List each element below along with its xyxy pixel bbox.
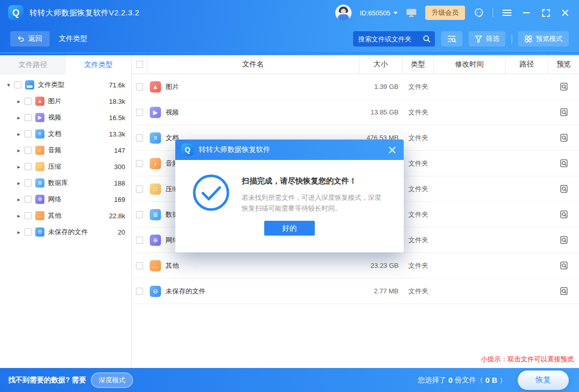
preview-file-icon[interactable] <box>548 287 579 295</box>
row-checkbox[interactable] <box>136 237 143 244</box>
header-type[interactable]: 类型 <box>403 55 434 74</box>
table-row[interactable]: ▲ 图片 1.39 GB 文件夹 <box>132 74 579 100</box>
tree-item-checkbox[interactable] <box>14 81 21 88</box>
row-checkbox[interactable] <box>136 160 143 167</box>
header-size[interactable]: 大小 <box>359 55 403 74</box>
ok-button[interactable]: 好的 <box>264 221 315 236</box>
row-checkbox[interactable] <box>136 134 143 142</box>
expander-arrow-icon[interactable]: ▸ <box>17 114 25 121</box>
preview-file-icon[interactable] <box>548 210 579 219</box>
search-box[interactable] <box>353 31 435 47</box>
row-filename: 未保存的文件 <box>166 287 205 296</box>
sidebar-tree-item[interactable]: ▸ ⊖ 未保存的文件 20 <box>0 224 131 240</box>
tree-item-label: 未保存的文件 <box>48 227 88 237</box>
tree-item-checkbox[interactable] <box>25 179 32 187</box>
sidebar-tree-item[interactable]: ▸ ♪ 音频 147 <box>0 142 131 158</box>
preview-file-icon[interactable] <box>548 108 579 117</box>
funnel-icon <box>475 35 482 43</box>
row-checkbox[interactable] <box>136 288 143 295</box>
tab-file-path[interactable]: 文件路径 <box>0 55 66 75</box>
tree-item-count: 300 <box>114 163 125 171</box>
dialog-close-icon[interactable] <box>386 144 398 155</box>
tree-item-checkbox[interactable] <box>25 130 32 137</box>
tree-item-checkbox[interactable] <box>25 228 32 236</box>
preview-file-icon[interactable] <box>548 159 579 168</box>
preview-file-icon[interactable] <box>548 185 579 193</box>
close-button[interactable] <box>560 7 571 18</box>
row-size: 13.85 GB <box>359 108 403 116</box>
row-type: 文件夹 <box>403 287 434 296</box>
back-button[interactable]: 返回 <box>10 31 50 47</box>
tree-item-checkbox[interactable] <box>25 114 32 121</box>
tree-item-checkbox[interactable] <box>25 196 32 203</box>
sidebar-tree-item[interactable]: ▸ ∷ 压缩 300 <box>0 158 131 175</box>
audio-icon: ♪ <box>35 146 44 155</box>
table-row[interactable]: ⊖ 未保存的文件 2.77 MB 文件夹 <box>132 279 579 304</box>
filter-button[interactable]: 筛选 <box>469 31 505 47</box>
expander-arrow-icon[interactable]: ▾ <box>7 82 14 88</box>
unsaved-icon: ⊖ <box>35 227 44 237</box>
unsaved-icon: ⊖ <box>150 286 161 297</box>
tree-item-checkbox[interactable] <box>25 163 32 170</box>
expander-arrow-icon[interactable]: ▸ <box>17 147 25 154</box>
upgrade-vip-button[interactable]: 升级会员 <box>425 6 465 20</box>
tab-file-type[interactable]: 文件类型 <box>66 55 132 75</box>
doc-icon: ≡ <box>35 129 44 139</box>
user-id-dropdown[interactable]: ID:650505 <box>360 9 398 17</box>
row-checkbox[interactable] <box>136 109 143 116</box>
customer-support-icon[interactable] <box>473 7 484 18</box>
header-modified-time[interactable]: 修改时间 <box>434 55 505 74</box>
user-avatar[interactable] <box>335 5 352 21</box>
row-size: 2.77 MB <box>359 287 403 295</box>
sidebar-tabs: 文件路径 文件类型 <box>0 55 131 75</box>
sidebar-tree-item[interactable]: ▸ ⊕ 网络 169 <box>0 191 131 207</box>
tree-item-checkbox[interactable] <box>25 147 32 154</box>
expander-arrow-icon[interactable]: ▸ <box>17 98 25 105</box>
select-all-checkbox[interactable] <box>136 61 143 68</box>
row-checkbox[interactable] <box>136 262 143 269</box>
header-path[interactable]: 路径 <box>505 55 548 74</box>
maximize-button[interactable] <box>540 7 551 18</box>
expander-arrow-icon[interactable]: ▸ <box>17 229 25 236</box>
table-row[interactable]: … 其他 23.23 GB 文件夹 <box>132 253 579 279</box>
expander-arrow-icon[interactable]: ▸ <box>17 180 25 187</box>
preview-mode-button[interactable]: 预览模式 <box>518 31 569 47</box>
search-input[interactable] <box>358 35 423 43</box>
search-icon[interactable] <box>423 35 431 43</box>
header-preview[interactable]: 预览 <box>548 55 579 74</box>
monitor-icon[interactable] <box>406 8 417 17</box>
sidebar-tree-item[interactable]: ▸ ▶ 视频 16.5k <box>0 109 131 126</box>
preview-file-icon[interactable] <box>548 82 579 91</box>
sidebar-tree-item[interactable]: ▾ 文件类型 71.6k <box>0 77 131 93</box>
sidebar-tree-item[interactable]: ▸ … 其他 22.8k <box>0 207 131 224</box>
title-bar: Q 转转大师数据恢复软件V2.2.3.2 ID:650505 升级会员 <box>0 0 579 26</box>
table-row[interactable]: ▶ 视频 13.85 GB 文件夹 <box>132 100 579 125</box>
row-checkbox[interactable] <box>136 211 143 218</box>
tree-item-label: 音频 <box>48 146 61 155</box>
expander-arrow-icon[interactable]: ▸ <box>17 196 25 203</box>
recover-button[interactable]: 恢复 <box>518 371 569 390</box>
search-in-results-button[interactable] <box>441 31 462 47</box>
tree-item-checkbox[interactable] <box>25 212 32 219</box>
expander-arrow-icon[interactable]: ▸ <box>17 213 25 219</box>
tree-item-count: 188 <box>114 179 125 187</box>
header: Q 转转大师数据恢复软件V2.2.3.2 ID:650505 升级会员 <box>0 0 579 55</box>
menu-icon[interactable] <box>501 7 513 18</box>
sidebar-tree-item[interactable]: ▸ ≡ 文档 13.3k <box>0 126 131 142</box>
sidebar-tree-item[interactable]: ▸ ▲ 图片 18.3k <box>0 93 131 109</box>
success-check-icon <box>192 173 230 212</box>
preview-file-icon[interactable] <box>548 133 579 142</box>
sidebar-tree: ▾ 文件类型 71.6k ▸ ▲ 图片 18.3k ▸ ▶ 视频 16.5k ▸… <box>0 75 131 240</box>
minimize-button[interactable] <box>521 7 532 18</box>
row-checkbox[interactable] <box>136 186 143 193</box>
header-filename[interactable]: 文件名 <box>147 55 359 74</box>
toolbar: 返回 文件类型 筛选 预览模式 <box>0 26 579 54</box>
preview-file-icon[interactable] <box>548 236 579 244</box>
preview-file-icon[interactable] <box>548 261 579 270</box>
tree-item-checkbox[interactable] <box>25 98 32 105</box>
expander-arrow-icon[interactable]: ▸ <box>17 164 25 170</box>
row-checkbox[interactable] <box>136 83 143 90</box>
expander-arrow-icon[interactable]: ▸ <box>17 131 25 137</box>
sidebar-tree-item[interactable]: ▸ ≣ 数据库 188 <box>0 175 131 191</box>
deep-mode-button[interactable]: 深度模式 <box>91 373 133 388</box>
